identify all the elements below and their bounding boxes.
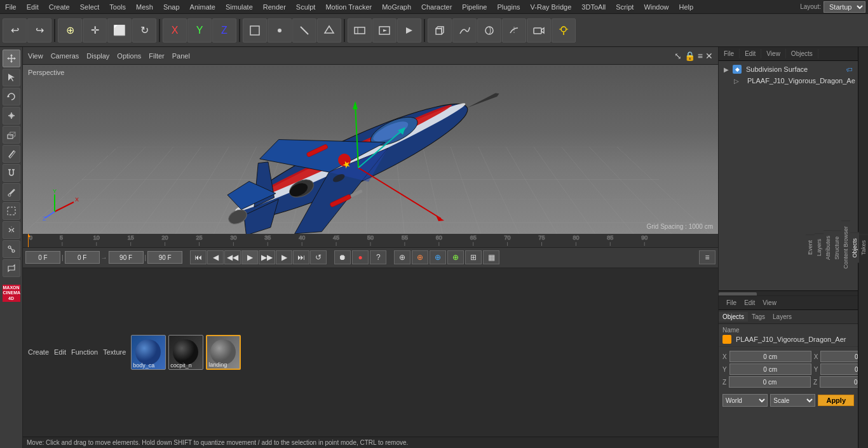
menu-help[interactable]: Help	[674, 2, 699, 12]
points-mode-button[interactable]	[268, 18, 292, 43]
polygon-mode-button[interactable]	[317, 18, 341, 43]
mat-edit-btn[interactable]: Edit	[54, 348, 66, 356]
viewport-canvas[interactable]: Perspective	[23, 65, 718, 234]
menu-vray[interactable]: V-Ray Bridge	[526, 2, 577, 12]
render-final-button[interactable]	[397, 18, 421, 43]
skip-to-end-button[interactable]: ⏭	[293, 250, 309, 264]
help-button[interactable]: ?	[370, 250, 386, 264]
menu-motion-tracker[interactable]: Motion Tracker	[320, 2, 377, 12]
timeline-view-button[interactable]: ▦	[483, 250, 499, 264]
keyframe-pos-button[interactable]: ⊕	[412, 250, 428, 264]
scale-dropdown[interactable]: Scale	[770, 394, 815, 407]
far-tab-content[interactable]: Content Browser	[841, 221, 850, 274]
axis-z-button[interactable]: Z	[212, 18, 236, 43]
material-landing[interactable]: landing	[206, 335, 241, 370]
keyframe-all-button[interactable]: ⊕	[394, 250, 410, 264]
vp-lock-icon[interactable]: 🔒	[684, 51, 695, 61]
tool-weld[interactable]	[3, 240, 20, 258]
menu-character[interactable]: Character	[416, 2, 457, 12]
attr-edit-tab[interactable]: Edit	[740, 298, 759, 308]
vp-display-menu[interactable]: Display	[86, 52, 109, 60]
edges-mode-button[interactable]	[292, 18, 316, 43]
far-tab-event[interactable]: Event	[806, 234, 815, 260]
vp-close-icon[interactable]: ✕	[705, 51, 713, 61]
loop-button[interactable]: ↺	[310, 250, 327, 264]
tool-bevel[interactable]	[3, 259, 20, 277]
deformer-button[interactable]	[502, 18, 526, 43]
tool-symmetry[interactable]	[3, 221, 20, 239]
object-mode-button[interactable]	[243, 18, 267, 43]
mat-texture-btn[interactable]: Texture	[103, 348, 126, 356]
tool-knife[interactable]	[3, 145, 20, 163]
apply-button[interactable]: Apply	[818, 395, 854, 406]
mat-function-btn[interactable]: Function	[71, 348, 98, 356]
move-tool-button[interactable]: ✛	[83, 18, 107, 43]
tree-item-subdivision[interactable]: ▶ ◆ Subdivision Surface 🏷	[721, 64, 855, 75]
total-frame-input[interactable]	[147, 251, 182, 264]
vp-options-menu[interactable]: Options	[117, 52, 141, 60]
menu-select[interactable]: Select	[75, 2, 105, 12]
tab-objects-filter[interactable]: Objects	[786, 49, 818, 58]
material-cockpit[interactable]: cocpit_n	[168, 335, 203, 370]
tool-extrude[interactable]	[3, 126, 20, 144]
attr-objects-tab[interactable]: Objects	[719, 312, 748, 322]
start-frame-input[interactable]	[25, 251, 60, 264]
current-frame-input[interactable]	[65, 251, 100, 264]
menu-pipeline[interactable]: Pipeline	[457, 2, 492, 12]
coord-x-pos[interactable]	[729, 351, 811, 362]
menu-simulate[interactable]: Simulate	[220, 2, 258, 12]
vp-cameras-menu[interactable]: Cameras	[51, 52, 79, 60]
prev-frame-button[interactable]: ◀	[207, 250, 224, 264]
prev-keyframe-button[interactable]: ◀◀	[224, 250, 241, 264]
far-tab-objects[interactable]: Objects	[850, 233, 859, 263]
mat-create-btn[interactable]: Create	[28, 348, 49, 356]
tab-view-right[interactable]: View	[761, 49, 786, 58]
far-tab-takes[interactable]: Takes	[859, 234, 868, 261]
menu-script[interactable]: Script	[611, 2, 639, 12]
layout-dropdown[interactable]: Startup	[824, 1, 865, 13]
menu-create[interactable]: Create	[44, 2, 75, 12]
axis-x-button[interactable]: X	[163, 18, 187, 43]
attr-tags-tab[interactable]: Tags	[748, 312, 769, 322]
attr-file-tab[interactable]: File	[722, 298, 740, 308]
coord-y-pos[interactable]	[729, 363, 811, 375]
tab-edit[interactable]: Edit	[740, 49, 761, 58]
far-tab-attributes[interactable]: Attributes	[824, 230, 832, 265]
redo-button[interactable]: ↪	[27, 18, 51, 43]
keyframe-rot-button[interactable]: ⊕	[430, 250, 446, 264]
timeline-ruler[interactable]: 0 5 10 15 20 25 30 35 40 45 50 55 60 65 …	[23, 234, 718, 248]
select-tool-button[interactable]: ⊕	[58, 18, 82, 43]
record-auto-button[interactable]: ⏺	[334, 250, 351, 264]
end-frame-input[interactable]	[109, 251, 144, 264]
menu-render[interactable]: Render	[258, 2, 291, 12]
cube-primitive-button[interactable]	[428, 18, 452, 43]
menu-edit[interactable]: Edit	[22, 2, 44, 12]
tree-item-jet[interactable]: ▷ PLAAF_J10_Vigorous_Dragon_Ae	[721, 75, 855, 86]
menu-mesh[interactable]: Mesh	[131, 2, 158, 12]
vp-menu-icon[interactable]: ≡	[698, 51, 703, 61]
tool-cursor[interactable]	[3, 69, 20, 86]
keyframe-param-button[interactable]: ⊞	[465, 250, 482, 264]
scale-tool-button[interactable]: ⬜	[107, 18, 132, 43]
menu-animate[interactable]: Animate	[185, 2, 220, 12]
menu-tools[interactable]: Tools	[104, 2, 131, 12]
menu-file[interactable]: File	[0, 2, 22, 12]
spline-button[interactable]	[452, 18, 477, 43]
far-tab-structure[interactable]: Structure	[832, 231, 841, 265]
next-keyframe-button[interactable]: ▶▶	[259, 250, 275, 264]
vp-filter-menu[interactable]: Filter	[149, 52, 164, 60]
world-dropdown[interactable]: World	[722, 394, 768, 407]
vp-view-menu[interactable]: View	[28, 52, 43, 60]
axis-y-button[interactable]: Y	[187, 18, 212, 43]
mode-switch-button[interactable]: ≡	[699, 250, 715, 264]
undo-button[interactable]: ↩	[3, 18, 27, 43]
tab-file[interactable]: File	[719, 49, 740, 58]
menu-snap[interactable]: Snap	[158, 2, 185, 12]
coord-z-pos[interactable]	[729, 376, 811, 388]
camera-button[interactable]	[527, 18, 551, 43]
nurbs-button[interactable]	[477, 18, 501, 43]
attr-view-tab[interactable]: View	[759, 298, 780, 308]
menu-sculpt[interactable]: Sculpt	[291, 2, 321, 12]
play-button[interactable]: ▶	[241, 250, 258, 264]
next-frame-button[interactable]: ▶	[276, 250, 292, 264]
